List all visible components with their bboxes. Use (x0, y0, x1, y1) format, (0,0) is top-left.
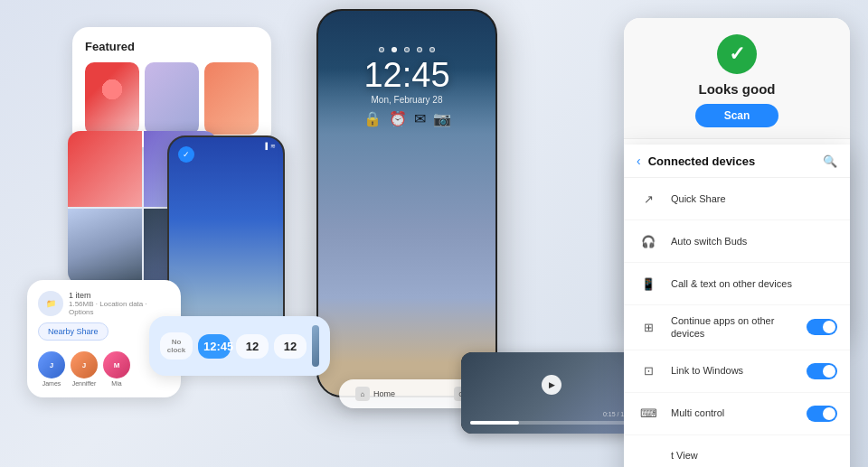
wallpaper-cell-1[interactable] (68, 131, 142, 207)
contact-name-mia: Mia (111, 380, 121, 387)
camera-icon: 📷 (433, 110, 451, 127)
avatar-jenniffer: J (71, 351, 98, 378)
clock-num-2: 12:45 (203, 340, 225, 353)
wallpaper-thumb-red[interactable] (85, 62, 139, 135)
wallpaper-grid (85, 62, 259, 135)
connected-item-view[interactable]: t View (624, 435, 850, 467)
multi-control-label: Multi control (671, 406, 796, 419)
share-file-icon: 📁 (38, 291, 63, 316)
dot-2 (392, 47, 397, 52)
clock-widget-4[interactable]: 12 (274, 334, 307, 359)
security-shield-icon: ✓ (717, 34, 757, 74)
clock-widgets-panel: No clock 12:45 12 12 (149, 316, 330, 376)
message-icon: ✉ (414, 110, 426, 127)
contact-jenniffer[interactable]: J Jenniffer (71, 351, 98, 387)
clock-num-3: 12 (241, 340, 263, 353)
connected-item-call-text[interactable]: 📱 Call & text on other devices (624, 263, 850, 305)
connected-item-auto-switch[interactable]: 🎧 Auto switch Buds (624, 220, 850, 263)
connected-devices-search-icon[interactable]: 🔍 (823, 154, 837, 168)
dot-3 (404, 47, 410, 52)
wallpaper-thumb-purple[interactable] (145, 62, 199, 135)
phone-small: ✓ ▐ ≋ (167, 135, 285, 343)
check-icon: ✓ (729, 42, 745, 66)
view-label: t View (671, 449, 837, 462)
clock-no-clock-label: No clock (165, 338, 187, 354)
connected-devices-title: Connected devices (648, 154, 816, 168)
quick-share-label: Quick Share (671, 192, 837, 205)
security-status-title: Looks good (638, 81, 835, 97)
continue-apps-toggle[interactable] (807, 319, 837, 335)
signal-icon: ▐ (263, 143, 268, 150)
video-timeline (470, 421, 633, 425)
contact-name-jenniffer: Jenniffer (72, 380, 97, 387)
home-label: Home (373, 389, 395, 398)
phone-clock: 12:45 (363, 56, 449, 95)
contact-james[interactable]: J James (38, 351, 65, 387)
phone-status-icons: 🔒 ⏰ ✉ 📷 (363, 110, 451, 127)
quick-share-icon: ↗ (637, 187, 660, 210)
link-windows-label: Link to Windows (671, 364, 796, 377)
avatar-james: J (38, 351, 65, 378)
toggle-knob (823, 321, 835, 333)
connected-item-quick-share[interactable]: ↗ Quick Share (624, 178, 850, 220)
contact-mia[interactable]: M Mia (103, 351, 130, 387)
featured-wallpapers-panel: Featured (72, 27, 271, 147)
link-windows-icon: ⊡ (637, 360, 660, 383)
small-status-bar: ▐ ≋ (263, 143, 276, 150)
link-windows-toggle[interactable] (807, 363, 837, 379)
multi-control-icon: ⌨ (637, 402, 660, 425)
connected-devices-header: ‹ Connected devices 🔍 (624, 145, 850, 178)
view-icon (637, 444, 660, 467)
dot-1 (379, 47, 384, 52)
security-status-area: ✓ Looks good Scan (624, 18, 850, 139)
toggle-knob-3 (823, 407, 835, 420)
small-phone-screen: ✓ ▐ ≋ (169, 137, 283, 341)
connected-item-continue-apps[interactable]: ⊞ Continue apps on other devices (624, 305, 850, 350)
avatar-mia: M (103, 351, 130, 378)
clock-widget-1[interactable]: No clock (160, 332, 193, 360)
share-item: 📁 1 item 1.56MB · Location data · Option… (38, 291, 170, 316)
dot-4 (417, 47, 422, 52)
toggle-knob-2 (823, 365, 835, 378)
back-button[interactable]: ‹ (637, 154, 641, 168)
call-text-icon: 📱 (637, 272, 660, 295)
connected-item-multi-control[interactable]: ⌨ Multi control (624, 393, 850, 435)
connected-item-link-windows[interactable]: ⊡ Link to Windows (624, 350, 850, 393)
featured-title: Featured (85, 40, 259, 53)
clock-widget-3[interactable]: 12 (236, 334, 269, 359)
small-check-icon: ✓ (178, 146, 194, 163)
video-progress-bar (470, 421, 519, 425)
phone-date: Mon, February 28 (363, 95, 449, 105)
wifi-icon: ≋ (270, 143, 276, 150)
share-item-count: 1 item (69, 291, 170, 300)
continue-apps-label: Continue apps on other devices (671, 314, 796, 341)
continue-apps-icon: ⊞ (637, 315, 660, 339)
auto-switch-icon: 🎧 (637, 229, 660, 253)
scan-button[interactable]: Scan (695, 104, 779, 127)
clock-widget-2[interactable]: 12:45 (198, 334, 231, 359)
alarm-icon: ⏰ (389, 110, 407, 127)
home-icon: ⌂ (355, 387, 370, 401)
phone-background: 12:45 Mon, February 28 🔒 ⏰ ✉ 📷 (318, 11, 495, 396)
share-item-detail: 1.56MB · Location data · Options (69, 300, 170, 316)
contact-name-james: James (42, 380, 61, 387)
home-button[interactable]: ⌂ Home (355, 387, 395, 401)
video-inner: ▶ 0:15 / 1:02 (461, 352, 642, 434)
multi-control-toggle[interactable] (807, 406, 837, 422)
play-button[interactable]: ▶ (542, 375, 561, 395)
dot-5 (429, 47, 435, 52)
lock-icon: 🔒 (363, 110, 382, 127)
connected-devices-panel: ‹ Connected devices 🔍 ↗ Quick Share 🎧 Au… (624, 145, 850, 467)
share-item-info: 1 item 1.56MB · Location data · Options (69, 291, 170, 316)
wallpaper-cell-3[interactable] (68, 209, 142, 285)
wallpaper-thumb-coral[interactable] (204, 62, 259, 135)
clock-num-4: 12 (279, 340, 301, 353)
phone-main: 12:45 Mon, February 28 🔒 ⏰ ✉ 📷 (316, 9, 497, 397)
auto-switch-label: Auto switch Buds (671, 235, 837, 248)
phone-lock-dots (379, 47, 435, 52)
nearby-share-button[interactable]: Nearby Share (38, 322, 108, 341)
clock-widget-photo[interactable] (312, 325, 319, 367)
call-text-label: Call & text on other devices (671, 277, 837, 290)
video-panel: ▶ 0:15 / 1:02 (461, 352, 642, 434)
phone-time-display: 12:45 Mon, February 28 (363, 56, 449, 105)
